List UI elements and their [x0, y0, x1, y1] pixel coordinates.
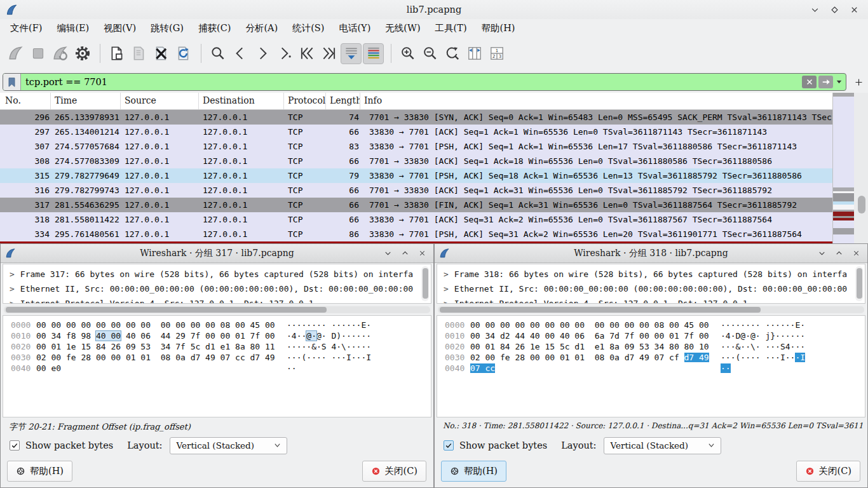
close-file-icon[interactable]	[151, 43, 172, 64]
go-to-packet-icon[interactable]	[274, 43, 295, 64]
maximize-button[interactable]	[830, 5, 839, 15]
tree-row[interactable]: >Internet Protocol Version 4, Src: 127.0…	[3, 296, 431, 304]
hex-line[interactable]: 0040 00 e0 ··	[3, 363, 431, 374]
auto-scroll-icon[interactable]	[341, 43, 362, 64]
menu-item[interactable]: 工具(T)	[432, 21, 470, 36]
filter-dropdown-caret-icon[interactable]	[834, 80, 844, 84]
main-titlebar[interactable]: lib7.pcapng	[0, 0, 868, 19]
tree-horizontal-scrollbar[interactable]	[438, 306, 864, 313]
intelligent-scrollbar-minimap[interactable]	[832, 93, 854, 243]
hex-line[interactable]: 0010 00 34 f8 98 40 00 40 06 44 29 7f 00…	[3, 330, 431, 341]
packet-detail-tree[interactable]: >Frame 318: 66 bytes on wire (528 bits),…	[437, 264, 865, 304]
packet-row[interactable]: 297 265.134001214 127.0.0.1 127.0.0.1 TC…	[0, 125, 832, 139]
packet-list-scrollbar[interactable]	[854, 93, 868, 243]
packet-bytes-pane[interactable]: 0000 00 00 00 00 00 00 00 00 00 00 00 00…	[3, 315, 431, 417]
go-first-icon[interactable]	[296, 43, 317, 64]
menu-item[interactable]: 分析(A)	[242, 21, 281, 36]
packet-row[interactable]: 308 274.577083309 127.0.0.1 127.0.0.1 TC…	[0, 154, 832, 168]
column-header[interactable]: No.	[0, 93, 51, 109]
hex-line[interactable]: 0000 00 00 00 00 00 00 00 00 00 00 00 00…	[437, 320, 865, 330]
packet-row[interactable]: 317 281.554636295 127.0.0.1 127.0.0.1 TC…	[0, 198, 832, 212]
layout-select[interactable]: Vertical (Stacked)	[170, 437, 287, 454]
close-window-button[interactable]	[418, 249, 426, 257]
display-filter-input[interactable]: tcp.port == 7701	[3, 73, 846, 91]
capture-options-icon[interactable]	[72, 43, 93, 64]
tree-vertical-scrollbar[interactable]	[421, 266, 429, 301]
hex-line[interactable]: 0030 02 00 fe 28 00 00 01 01 08 0a d7 49…	[437, 352, 865, 363]
hex-line[interactable]: 0040 07 cc ··	[437, 363, 865, 374]
menu-item[interactable]: 捕获(C)	[195, 21, 234, 36]
packet-detail-tree[interactable]: >Frame 317: 66 bytes on wire (528 bits),…	[3, 264, 431, 304]
help-button[interactable]: 帮助(H)	[441, 461, 506, 482]
column-header[interactable]: Source	[121, 93, 199, 109]
minimize-button[interactable]	[384, 249, 392, 257]
tree-row[interactable]: >Internet Protocol Version 4, Src: 127.0…	[437, 296, 865, 304]
packet-row[interactable]: 334 295.761480561 127.0.0.1 127.0.0.1 TC…	[0, 227, 832, 241]
scrollbar-handle[interactable]	[857, 268, 862, 299]
go-forward-icon[interactable]	[252, 43, 273, 64]
menu-item[interactable]: 电话(Y)	[336, 21, 374, 36]
menu-item[interactable]: 编辑(E)	[53, 21, 92, 36]
expand-chevron-icon[interactable]: >	[10, 269, 15, 279]
menu-item[interactable]: 视图(V)	[100, 21, 139, 36]
minimize-button[interactable]	[810, 5, 820, 15]
tree-row[interactable]: >Frame 317: 66 bytes on wire (528 bits),…	[3, 267, 431, 281]
packet-row[interactable]: 296 265.133978931 127.0.0.1 127.0.0.1 TC…	[0, 110, 832, 125]
colorize-packets-icon[interactable]	[363, 43, 384, 64]
hex-line[interactable]: 0000 00 00 00 00 00 00 00 00 00 00 00 00…	[3, 320, 431, 330]
minimize-button[interactable]	[818, 249, 826, 257]
save-file-icon[interactable]	[128, 43, 149, 64]
column-header[interactable]: Protocol	[284, 93, 326, 109]
close-window-button[interactable]	[850, 5, 859, 15]
filter-clear-icon[interactable]	[802, 76, 817, 88]
packet-row[interactable]: 307 274.577057684 127.0.0.1 127.0.0.1 TC…	[0, 139, 832, 154]
hex-line[interactable]: 0010 00 34 d2 44 40 00 40 06 6a 7d 7f 00…	[437, 330, 865, 341]
add-filter-button[interactable]	[854, 78, 864, 87]
filter-text[interactable]: tcp.port == 7701	[21, 77, 802, 87]
find-packet-icon[interactable]	[207, 43, 228, 64]
expand-chevron-icon[interactable]: >	[444, 284, 449, 294]
hex-line[interactable]: 0020 00 01 1e 15 84 26 09 53 34 7f 5c d1…	[3, 341, 431, 352]
scrollbar-handle[interactable]	[440, 307, 761, 313]
expand-chevron-icon[interactable]: >	[10, 299, 15, 304]
go-last-icon[interactable]	[318, 43, 339, 64]
layout-select[interactable]: Vertical (Stacked)	[604, 437, 721, 454]
tree-row[interactable]: >Ethernet II, Src: 00:00:00_00:00:00 (00…	[437, 281, 865, 296]
zoom-in-icon[interactable]	[397, 43, 418, 64]
open-file-icon[interactable]	[106, 43, 127, 64]
stop-capture-icon[interactable]	[27, 43, 48, 64]
tree-vertical-scrollbar[interactable]	[855, 266, 863, 301]
show-packet-bytes-checkbox[interactable]	[444, 440, 454, 451]
packet-list-scrollbar-handle[interactable]	[858, 196, 865, 214]
menu-item[interactable]: 统计(S)	[289, 21, 327, 36]
expand-chevron-icon[interactable]: >	[10, 284, 15, 294]
menu-item[interactable]: 跳转(G)	[147, 21, 187, 36]
tree-horizontal-scrollbar[interactable]	[4, 306, 430, 313]
column-header[interactable]: Info	[360, 93, 832, 109]
column-header[interactable]: Length	[326, 93, 360, 109]
zoom-out-icon[interactable]	[419, 43, 440, 64]
start-capture-icon[interactable]	[5, 43, 26, 64]
maximize-button[interactable]	[401, 249, 409, 257]
dialog-titlebar[interactable]: Wireshark · 分组 317 · lib7.pcapng	[1, 244, 433, 263]
menu-item[interactable]: 文件(F)	[7, 21, 45, 36]
expand-chevron-icon[interactable]: >	[444, 269, 449, 279]
tree-row[interactable]: >Ethernet II, Src: 00:00:00_00:00:00 (00…	[3, 281, 431, 296]
packet-row[interactable]: 318 281.558011422 127.0.0.1 127.0.0.1 TC…	[0, 212, 832, 227]
expand-chevron-icon[interactable]: >	[444, 299, 449, 304]
hex-line[interactable]: 0030 02 00 fe 28 00 00 01 01 08 0a d7 49…	[3, 352, 431, 363]
filter-bookmark-icon[interactable]	[3, 74, 21, 90]
packet-bytes-pane[interactable]: 0000 00 00 00 00 00 00 00 00 00 00 00 00…	[437, 315, 865, 417]
close-window-button[interactable]	[852, 249, 860, 257]
go-back-icon[interactable]	[229, 43, 250, 64]
restart-capture-icon[interactable]	[50, 43, 71, 64]
maximize-button[interactable]	[835, 249, 843, 257]
filter-apply-icon[interactable]	[818, 76, 833, 88]
menu-item[interactable]: 无线(W)	[382, 21, 423, 36]
scrollbar-handle[interactable]	[6, 307, 327, 313]
reload-file-icon[interactable]	[173, 43, 194, 64]
show-packet-bytes-checkbox[interactable]	[10, 440, 20, 451]
packet-row[interactable]: 315 279.782779649 127.0.0.1 127.0.0.1 TC…	[0, 168, 832, 183]
scrollbar-handle[interactable]	[423, 268, 428, 299]
resize-columns-icon[interactable]	[464, 43, 485, 64]
